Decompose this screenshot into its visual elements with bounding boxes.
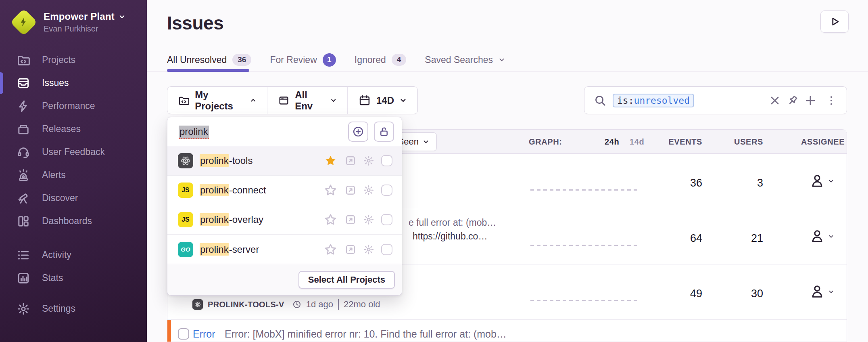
external-link-icon <box>345 155 356 166</box>
gear-icon <box>363 155 374 166</box>
tab-ignored[interactable]: Ignored 4 <box>355 54 407 66</box>
assignee-selector[interactable] <box>810 284 834 299</box>
atom-icon <box>194 301 201 308</box>
sidebar-item-stats[interactable]: Stats <box>0 266 147 290</box>
project-name: prolink-connect <box>200 185 266 196</box>
sidebar-item-dashboards[interactable]: Dashboards <box>0 210 147 233</box>
project-slug[interactable]: PROLINK-TOOLS-V <box>208 300 284 309</box>
sidebar-item-label: Stats <box>42 273 63 283</box>
error-level-bar <box>167 320 171 342</box>
add-project-button[interactable] <box>348 122 368 142</box>
users-count: 30 <box>704 285 763 302</box>
date-filter-button[interactable]: 14D <box>347 87 417 114</box>
project-checkbox[interactable] <box>381 214 392 225</box>
tab-for-review[interactable]: For Review 1 <box>270 53 336 67</box>
dropdown-footer: Select All Projects <box>167 264 402 295</box>
open-project-button[interactable] <box>345 185 356 196</box>
plus-circle-icon <box>353 126 364 137</box>
project-settings-button[interactable] <box>363 214 374 225</box>
environment-filter-button[interactable]: All Env <box>267 87 347 114</box>
sidebar-item-performance[interactable]: Performance <box>0 94 147 117</box>
token-key: is: <box>617 95 634 106</box>
select-all-projects-button[interactable]: Select All Projects <box>298 271 395 289</box>
project-option-prolink-overlay[interactable]: JS prolink-overlay <box>167 205 402 235</box>
graph-period-14d[interactable]: 14d <box>630 137 644 147</box>
javascript-platform-icon: JS <box>178 212 193 227</box>
sidebar-item-releases[interactable]: Releases <box>0 117 147 141</box>
issue-search-bar[interactable]: is:unresolved <box>584 86 847 114</box>
users-column-label: USERS <box>704 137 763 147</box>
project-checkbox[interactable] <box>381 185 392 196</box>
query-match: prolink <box>200 243 229 256</box>
project-option-prolink-server[interactable]: GO prolink-server <box>167 235 402 264</box>
star-icon <box>324 214 337 226</box>
sidebar-item-settings[interactable]: Settings <box>0 297 147 320</box>
assignee-column-label: ASSIGNEE <box>799 137 847 147</box>
star-toggle[interactable] <box>324 214 337 226</box>
go-platform-icon: GO <box>178 242 193 257</box>
project-search-query[interactable]: prolink <box>179 126 209 139</box>
sidebar-item-discover[interactable]: Discover <box>0 187 147 210</box>
chevron-down-icon <box>828 178 834 184</box>
project-settings-button[interactable] <box>363 244 374 255</box>
replay-play-button[interactable] <box>820 10 849 33</box>
external-link-icon <box>345 185 356 196</box>
sidebar-item-label: Discover <box>42 193 78 204</box>
javascript-platform-icon: JS <box>178 183 193 198</box>
star-toggle[interactable] <box>324 184 337 197</box>
events-column-label: EVENTS <box>643 137 702 147</box>
tabs-divider <box>147 71 868 72</box>
graph-period-24h[interactable]: 24h <box>605 137 619 147</box>
assignee-selector[interactable] <box>810 173 834 189</box>
assignee-selector[interactable] <box>810 229 834 244</box>
clear-search-icon[interactable] <box>769 95 780 106</box>
sidebar-item-alerts[interactable]: Alerts <box>0 164 147 187</box>
project-search-row[interactable]: prolink <box>167 117 402 146</box>
token-value: unresolved <box>634 95 690 106</box>
pin-search-icon[interactable] <box>787 95 798 106</box>
org-switcher[interactable]: Empower Plant Evan Purkhiser <box>12 10 125 34</box>
star-toggle[interactable] <box>324 243 337 256</box>
archive-icon <box>17 123 30 136</box>
user-icon <box>810 284 825 299</box>
graph-column-label: GRAPH: <box>529 137 562 147</box>
sidebar-item-label: Performance <box>42 101 95 111</box>
dashboard-icon <box>17 215 30 228</box>
project-settings-button[interactable] <box>363 155 374 166</box>
project-checkbox[interactable] <box>381 244 392 255</box>
window-icon <box>278 94 289 107</box>
issue-checkbox[interactable] <box>178 328 189 340</box>
project-checkbox[interactable] <box>381 155 392 166</box>
lock-selection-button[interactable] <box>374 122 394 142</box>
open-project-button[interactable] <box>345 155 356 166</box>
chevron-down-icon <box>423 138 429 145</box>
sidebar-item-label: Releases <box>42 124 81 134</box>
external-link-icon <box>345 214 356 225</box>
lightning-icon <box>17 100 30 113</box>
star-toggle[interactable] <box>324 155 337 167</box>
project-filter-label: My Projects <box>195 89 244 112</box>
sidebar-item-issues[interactable]: Issues <box>0 71 147 94</box>
project-name: prolink-overlay <box>200 214 263 225</box>
query-match: prolink <box>200 154 229 167</box>
project-option-prolink-tools[interactable]: prolink-tools <box>167 146 402 176</box>
issue-row[interactable]: Error Error: [MobX] minified error nr: 1… <box>167 320 847 342</box>
sidebar-item-user-feedback[interactable]: User Feedback <box>0 141 147 164</box>
filter-bar: My Projects All Env 14D <box>167 86 418 114</box>
sidebar-item-activity[interactable]: Activity <box>0 243 147 266</box>
open-project-button[interactable] <box>345 214 356 225</box>
overflow-menu-icon[interactable] <box>826 95 837 106</box>
open-project-button[interactable] <box>345 244 356 255</box>
sidebar: Empower Plant Evan Purkhiser Projects Is… <box>0 0 147 342</box>
add-search-icon[interactable] <box>805 95 816 106</box>
issue-age: 22mo old <box>344 299 380 310</box>
project-filter-button[interactable]: My Projects <box>167 87 267 114</box>
sidebar-item-projects[interactable]: Projects <box>0 48 147 71</box>
tab-all-unresolved[interactable]: All Unresolved 36 <box>167 54 251 66</box>
tab-saved-searches[interactable]: Saved Searches <box>425 55 505 65</box>
project-option-prolink-connect[interactable]: JS prolink-connect <box>167 176 402 205</box>
events-count: 64 <box>643 230 702 246</box>
project-settings-button[interactable] <box>363 185 374 196</box>
search-token[interactable]: is:unresolved <box>613 94 694 107</box>
issue-level-link[interactable]: Error <box>193 328 215 340</box>
